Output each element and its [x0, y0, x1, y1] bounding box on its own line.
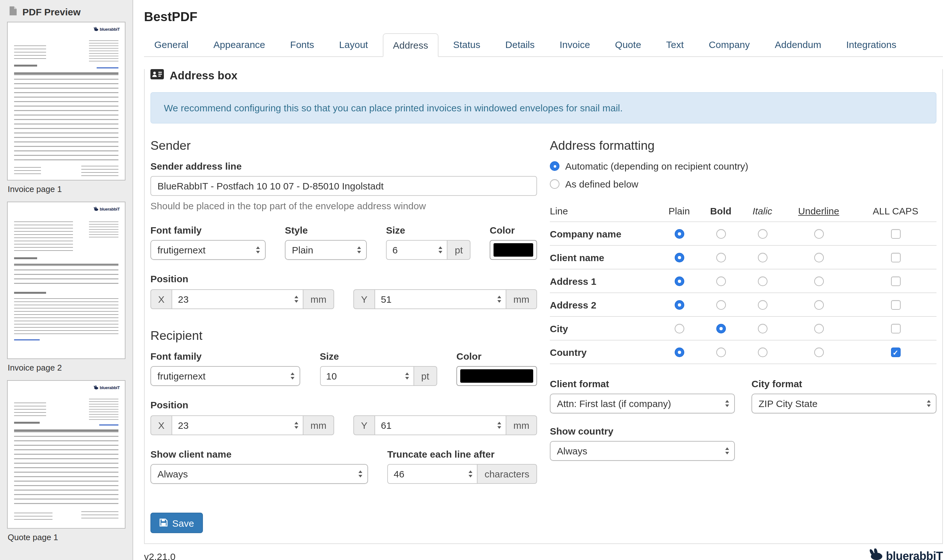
format-row: Address 2 [550, 293, 936, 317]
col-bold: Bold [700, 205, 742, 216]
stepper-icon[interactable] [497, 296, 501, 303]
address-card-icon [151, 69, 164, 83]
stepper-icon[interactable] [439, 247, 443, 254]
bold-radio[interactable] [716, 300, 726, 309]
panel-heading-text: Address box [169, 69, 237, 83]
italic-radio[interactable] [757, 276, 767, 286]
underline-radio[interactable] [814, 229, 823, 238]
stepper-icon[interactable] [294, 422, 298, 429]
page-thumbnail[interactable]: bluerabbiT [7, 380, 125, 529]
tab-appearance[interactable]: Appearance [203, 32, 275, 56]
italic-radio[interactable] [757, 229, 767, 238]
italic-radio[interactable] [757, 347, 767, 357]
tab-address[interactable]: Address [383, 33, 439, 57]
underline-radio[interactable] [814, 323, 823, 333]
app-title: BestPDF [144, 9, 943, 24]
recipient-size-input[interactable] [320, 366, 414, 386]
automatic-format-option: Automatic (depending on recipient countr… [550, 161, 936, 172]
bold-radio[interactable] [716, 347, 726, 357]
page-thumbnail[interactable]: bluerabbiT [7, 22, 125, 180]
tab-integrations[interactable]: Integrations [836, 32, 907, 56]
underline-radio[interactable] [814, 276, 823, 286]
all-caps-checkbox[interactable] [891, 323, 900, 333]
tab-text[interactable]: Text [656, 32, 694, 56]
city-format-select[interactable]: ZIP City State [751, 394, 936, 414]
italic-radio[interactable] [757, 323, 767, 333]
plain-radio[interactable] [674, 300, 684, 309]
stepper-icon[interactable] [497, 422, 501, 429]
plain-radio[interactable] [674, 323, 684, 333]
italic-radio[interactable] [757, 252, 767, 262]
client-format-select[interactable]: Attn: First last (if company) [550, 394, 735, 414]
form-columns: Sender Sender address line Should be pla… [151, 123, 936, 484]
bold-radio[interactable] [716, 276, 726, 286]
sender-font-family-select[interactable]: frutigernext [151, 240, 266, 260]
recipient-y-input[interactable] [374, 415, 506, 435]
tab-quote[interactable]: Quote [605, 32, 652, 56]
all-caps-checkbox[interactable] [891, 276, 900, 286]
sender-size-input[interactable] [386, 240, 448, 260]
defined-format-label: As defined below [565, 178, 639, 189]
brand-logo-mini: bluerabbiT [93, 385, 120, 390]
tab-general[interactable]: General [144, 32, 199, 56]
bold-radio[interactable] [716, 229, 726, 238]
all-caps-checkbox[interactable] [891, 347, 900, 357]
sender-address-input[interactable] [151, 176, 537, 196]
tab-status[interactable]: Status [443, 32, 491, 56]
all-caps-checkbox[interactable] [891, 252, 900, 262]
plain-radio[interactable] [674, 229, 684, 238]
sender-x-input[interactable] [172, 289, 303, 309]
sender-position-row: X mm Y [151, 289, 537, 309]
bold-radio[interactable] [716, 323, 726, 333]
stepper-icon[interactable] [294, 296, 298, 303]
all-caps-checkbox[interactable] [891, 300, 900, 309]
tab-invoice[interactable]: Invoice [549, 32, 600, 56]
plain-radio[interactable] [674, 252, 684, 262]
show-country-label: Show country [550, 426, 735, 437]
footer-row: v2.21.0 bluerabbiT [144, 548, 943, 560]
sender-y-input[interactable] [374, 289, 506, 309]
save-button[interactable]: Save [151, 512, 203, 533]
underline-radio[interactable] [814, 300, 823, 309]
recipient-color-picker[interactable] [456, 366, 537, 386]
underline-radio[interactable] [814, 252, 823, 262]
mm-addon: mm [506, 289, 537, 309]
show-client-name-label: Show client name [151, 449, 368, 460]
tab-details[interactable]: Details [495, 32, 545, 56]
sender-font-family-label: Font family [151, 225, 266, 235]
format-row: Client name [550, 246, 936, 269]
bold-radio[interactable] [716, 252, 726, 262]
recipient-font-family-select[interactable]: frutigernext [151, 366, 300, 386]
document-icon [9, 6, 17, 18]
stepper-icon[interactable] [469, 471, 472, 477]
defined-format-radio[interactable] [550, 179, 559, 189]
sender-style-select[interactable]: Plain [285, 240, 367, 260]
recipient-font-family-label: Font family [151, 351, 300, 362]
tab-addendum[interactable]: Addendum [765, 32, 831, 56]
all-caps-checkbox[interactable] [891, 229, 900, 238]
italic-radio[interactable] [757, 300, 767, 309]
format-row: City [550, 317, 936, 340]
automatic-format-radio[interactable] [550, 161, 559, 171]
recipient-color-label: Color [456, 351, 537, 362]
show-country-select[interactable]: Always [550, 441, 735, 461]
plain-radio[interactable] [674, 276, 684, 286]
sender-color-picker[interactable] [490, 240, 537, 260]
underline-radio[interactable] [814, 347, 823, 357]
stepper-icon[interactable] [405, 373, 409, 380]
format-row-label: City [550, 323, 659, 334]
page-thumbnail[interactable]: bluerabbiT [7, 202, 125, 359]
tab-company[interactable]: Company [699, 32, 760, 56]
format-row-label: Address 1 [550, 275, 659, 286]
tab-fonts[interactable]: Fonts [280, 32, 325, 56]
truncate-input[interactable] [387, 464, 477, 484]
recipient-x-input[interactable] [172, 415, 303, 435]
tab-layout[interactable]: Layout [329, 32, 378, 56]
col-italic: Italic [742, 205, 783, 216]
pdf-preview-sidebar: PDF Preview bluerabbiTInvoice page 1blue… [0, 0, 133, 560]
sender-address-help: Should be placed in the top part of the … [151, 200, 537, 211]
show-client-name-select[interactable]: Always [151, 464, 368, 484]
plain-radio[interactable] [674, 347, 684, 357]
recipient-font-row: Font family frutigernext Size [151, 351, 537, 386]
page-thumbnail-list: bluerabbiTInvoice page 1bluerabbiTInvoic… [0, 22, 132, 542]
